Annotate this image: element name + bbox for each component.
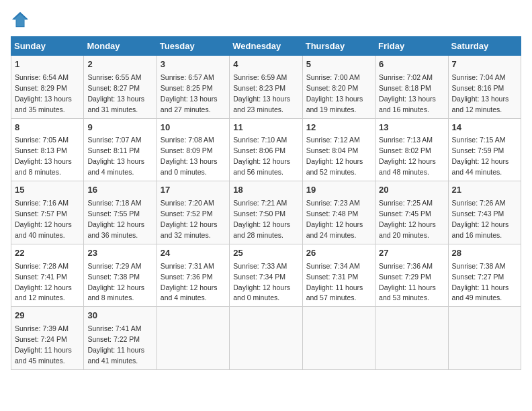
calendar-day-cell: 14 Sunrise: 7:15 AMSunset: 7:59 PMDaylig… <box>448 118 521 181</box>
weekday-header: Sunday <box>11 37 84 56</box>
calendar-day-cell: 23 Sunrise: 7:29 AMSunset: 7:38 PMDaylig… <box>84 244 157 307</box>
calendar-day-cell: 12 Sunrise: 7:12 AMSunset: 8:04 PMDaylig… <box>302 118 375 181</box>
calendar-day-cell: 15 Sunrise: 7:16 AMSunset: 7:57 PMDaylig… <box>11 181 84 244</box>
calendar-day-cell: 11 Sunrise: 7:10 AMSunset: 8:06 PMDaylig… <box>230 118 302 181</box>
calendar-day-cell <box>230 307 302 370</box>
day-info: Sunrise: 7:38 AMSunset: 7:27 PMDaylight:… <box>452 262 509 302</box>
day-number: 24 <box>161 247 226 260</box>
day-number: 27 <box>379 247 444 260</box>
day-number: 17 <box>161 184 226 197</box>
day-number: 28 <box>452 247 517 260</box>
weekday-header: Monday <box>84 37 157 56</box>
header-row: SundayMondayTuesdayWednesdayThursdayFrid… <box>11 37 521 56</box>
calendar-day-cell: 7 Sunrise: 7:04 AMSunset: 8:16 PMDayligh… <box>448 56 521 119</box>
calendar-day-cell: 29 Sunrise: 7:39 AMSunset: 7:24 PMDaylig… <box>11 307 84 370</box>
day-number: 13 <box>379 122 444 134</box>
day-info: Sunrise: 7:25 AMSunset: 7:45 PMDaylight:… <box>379 199 436 239</box>
day-number: 7 <box>452 58 517 71</box>
calendar-day-cell: 9 Sunrise: 7:07 AMSunset: 8:11 PMDayligh… <box>84 118 157 181</box>
day-number: 23 <box>87 247 152 260</box>
day-number: 12 <box>306 122 371 134</box>
day-number: 1 <box>15 58 80 71</box>
calendar-day-cell: 25 Sunrise: 7:33 AMSunset: 7:34 PMDaylig… <box>230 244 302 307</box>
weekday-header: Thursday <box>302 37 375 56</box>
day-number: 4 <box>233 58 298 71</box>
day-info: Sunrise: 6:57 AMSunset: 8:25 PMDaylight:… <box>161 73 218 113</box>
day-number: 21 <box>452 184 517 197</box>
calendar-day-cell: 6 Sunrise: 7:02 AMSunset: 8:18 PMDayligh… <box>375 56 448 119</box>
calendar-day-cell: 1 Sunrise: 6:54 AMSunset: 8:29 PMDayligh… <box>11 56 84 119</box>
calendar-day-cell: 18 Sunrise: 7:21 AMSunset: 7:50 PMDaylig… <box>230 181 302 244</box>
weekday-header: Wednesday <box>230 37 302 56</box>
svg-marker-1 <box>13 14 28 27</box>
day-number: 8 <box>15 122 80 134</box>
calendar-day-cell: 16 Sunrise: 7:18 AMSunset: 7:55 PMDaylig… <box>84 181 157 244</box>
day-info: Sunrise: 7:13 AMSunset: 8:02 PMDaylight:… <box>379 136 436 176</box>
day-number: 11 <box>233 122 298 134</box>
day-info: Sunrise: 7:02 AMSunset: 8:18 PMDaylight:… <box>379 73 436 113</box>
day-info: Sunrise: 7:33 AMSunset: 7:34 PMDaylight:… <box>233 262 290 302</box>
day-info: Sunrise: 7:12 AMSunset: 8:04 PMDaylight:… <box>306 136 363 176</box>
calendar-day-cell: 5 Sunrise: 7:00 AMSunset: 8:20 PMDayligh… <box>302 56 375 119</box>
calendar-day-cell: 21 Sunrise: 7:26 AMSunset: 7:43 PMDaylig… <box>448 181 521 244</box>
calendar-day-cell: 3 Sunrise: 6:57 AMSunset: 8:25 PMDayligh… <box>157 56 229 119</box>
day-info: Sunrise: 6:59 AMSunset: 8:23 PMDaylight:… <box>233 73 290 113</box>
day-info: Sunrise: 7:08 AMSunset: 8:09 PMDaylight:… <box>161 136 218 176</box>
weekday-header: Friday <box>375 37 448 56</box>
day-number: 18 <box>233 184 298 197</box>
day-info: Sunrise: 7:05 AMSunset: 8:13 PMDaylight:… <box>15 136 72 176</box>
day-number: 16 <box>87 184 152 197</box>
day-info: Sunrise: 7:04 AMSunset: 8:16 PMDaylight:… <box>452 73 509 113</box>
day-number: 9 <box>87 122 152 134</box>
day-info: Sunrise: 7:39 AMSunset: 7:24 PMDaylight:… <box>15 324 72 365</box>
day-number: 29 <box>15 310 80 322</box>
day-info: Sunrise: 7:16 AMSunset: 7:57 PMDaylight:… <box>15 199 72 239</box>
calendar-week-row: 1 Sunrise: 6:54 AMSunset: 8:29 PMDayligh… <box>11 56 521 119</box>
day-number: 19 <box>306 184 371 197</box>
calendar-day-cell: 10 Sunrise: 7:08 AMSunset: 8:09 PMDaylig… <box>157 118 229 181</box>
logo-icon <box>11 11 30 30</box>
day-info: Sunrise: 6:54 AMSunset: 8:29 PMDaylight:… <box>15 73 72 113</box>
day-info: Sunrise: 7:21 AMSunset: 7:50 PMDaylight:… <box>233 199 290 239</box>
calendar-week-row: 22 Sunrise: 7:28 AMSunset: 7:41 PMDaylig… <box>11 244 521 307</box>
day-number: 5 <box>306 58 371 71</box>
day-number: 2 <box>87 58 152 71</box>
day-info: Sunrise: 7:36 AMSunset: 7:29 PMDaylight:… <box>379 262 436 302</box>
day-info: Sunrise: 7:28 AMSunset: 7:41 PMDaylight:… <box>15 262 72 302</box>
calendar-day-cell: 2 Sunrise: 6:55 AMSunset: 8:27 PMDayligh… <box>84 56 157 119</box>
calendar-header: SundayMondayTuesdayWednesdayThursdayFrid… <box>11 37 521 56</box>
calendar-body: 1 Sunrise: 6:54 AMSunset: 8:29 PMDayligh… <box>11 56 521 370</box>
calendar-day-cell <box>302 307 375 370</box>
calendar-day-cell <box>375 307 448 370</box>
calendar-day-cell: 24 Sunrise: 7:31 AMSunset: 7:36 PMDaylig… <box>157 244 229 307</box>
day-info: Sunrise: 7:15 AMSunset: 7:59 PMDaylight:… <box>452 136 509 176</box>
calendar-day-cell: 30 Sunrise: 7:41 AMSunset: 7:22 PMDaylig… <box>84 307 157 370</box>
page-header <box>11 11 521 30</box>
day-info: Sunrise: 7:23 AMSunset: 7:48 PMDaylight:… <box>306 199 363 239</box>
day-info: Sunrise: 7:31 AMSunset: 7:36 PMDaylight:… <box>161 262 218 302</box>
calendar-day-cell: 22 Sunrise: 7:28 AMSunset: 7:41 PMDaylig… <box>11 244 84 307</box>
calendar-day-cell: 17 Sunrise: 7:20 AMSunset: 7:52 PMDaylig… <box>157 181 229 244</box>
calendar-day-cell <box>157 307 229 370</box>
calendar-day-cell: 4 Sunrise: 6:59 AMSunset: 8:23 PMDayligh… <box>230 56 302 119</box>
day-info: Sunrise: 7:41 AMSunset: 7:22 PMDaylight:… <box>87 324 144 365</box>
calendar-day-cell: 13 Sunrise: 7:13 AMSunset: 8:02 PMDaylig… <box>375 118 448 181</box>
day-number: 26 <box>306 247 371 260</box>
calendar-day-cell: 19 Sunrise: 7:23 AMSunset: 7:48 PMDaylig… <box>302 181 375 244</box>
day-number: 14 <box>452 122 517 134</box>
weekday-header: Tuesday <box>157 37 229 56</box>
day-number: 10 <box>161 122 226 134</box>
day-number: 3 <box>161 58 226 71</box>
day-number: 25 <box>233 247 298 260</box>
day-number: 20 <box>379 184 444 197</box>
calendar-week-row: 29 Sunrise: 7:39 AMSunset: 7:24 PMDaylig… <box>11 307 521 370</box>
day-info: Sunrise: 7:20 AMSunset: 7:52 PMDaylight:… <box>161 199 218 239</box>
day-info: Sunrise: 7:00 AMSunset: 8:20 PMDaylight:… <box>306 73 363 113</box>
day-number: 15 <box>15 184 80 197</box>
day-info: Sunrise: 6:55 AMSunset: 8:27 PMDaylight:… <box>87 73 144 113</box>
calendar-day-cell <box>448 307 521 370</box>
day-info: Sunrise: 7:10 AMSunset: 8:06 PMDaylight:… <box>233 136 290 176</box>
day-number: 6 <box>379 58 444 71</box>
calendar-day-cell: 27 Sunrise: 7:36 AMSunset: 7:29 PMDaylig… <box>375 244 448 307</box>
calendar-week-row: 15 Sunrise: 7:16 AMSunset: 7:57 PMDaylig… <box>11 181 521 244</box>
